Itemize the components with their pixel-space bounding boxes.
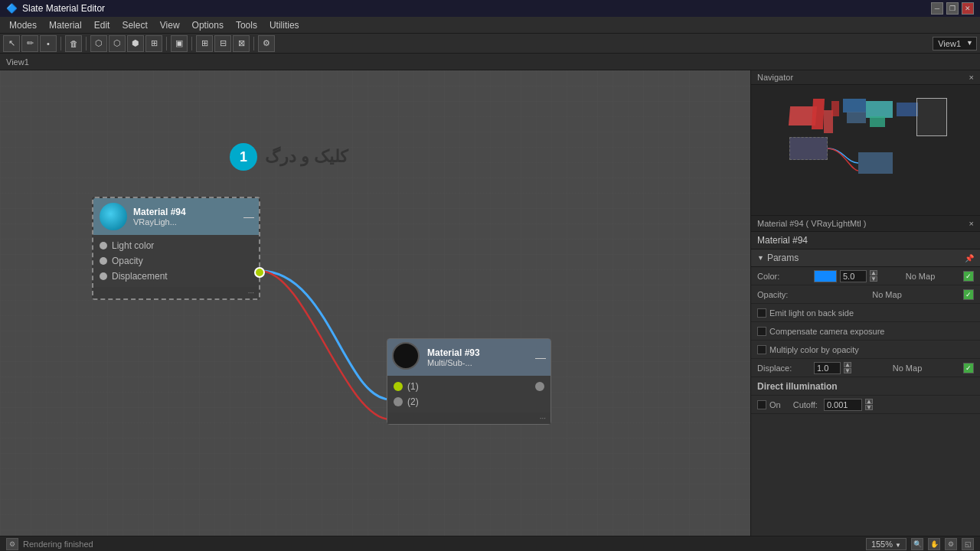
param-dot-opacity [100,257,107,265]
node-vraylight[interactable]: Material #94 VRayLigh... — Light color O… [92,197,260,300]
statusbar-settings-icon[interactable]: ⚙ [945,538,957,550]
param-displacement: Displacement [93,269,259,284]
node-multisub-title-line1: Material #93 [427,347,480,358]
props-title-label: Material #94 ( VRayLightMtl ) [757,219,866,228]
output-dot-vraylight[interactable] [254,267,265,278]
spinner-down-cutoff[interactable]: ▼ [865,405,873,410]
props-color-swatch[interactable] [814,270,837,282]
props-compensate-label: Compensate camera exposure [769,327,884,336]
restore-button[interactable]: ❐ [946,2,959,15]
menu-modes[interactable]: Modes [3,18,43,32]
toolbar-box-btn[interactable]: ▣ [171,35,188,52]
toolbar-select-btn[interactable]: ↖ [3,35,20,52]
connections-svg [0,70,750,536]
toolbar-copy2-btn[interactable]: ⬡ [109,35,126,52]
canvas-area[interactable]: 1 کلیک و درگ Material #94 VRayLigh... — … [0,70,750,536]
props-close-btn[interactable]: × [969,219,974,228]
props-color-mapcheck[interactable]: ✓ [963,271,974,282]
props-opacity-row: Opacity: No Map ✓ [751,285,980,304]
toolbar-nodes2-btn[interactable]: ⊟ [214,35,231,52]
props-title: Material #94 ( VRayLightMtl ) × [751,216,980,232]
menu-utilities[interactable]: Utilities [263,18,305,32]
menu-material[interactable]: Material [43,18,88,32]
toolbar-copy1-btn[interactable]: ⬡ [90,35,107,52]
node-multisub[interactable]: Material #93 Multi/Sub-... — (1) (2) ··· [387,338,551,425]
props-cutoff-value[interactable] [824,399,862,411]
view-dropdown-arrow: ▼ [966,39,973,47]
menu-options[interactable]: Options [186,18,230,32]
spinner-down-displace[interactable]: ▼ [844,368,851,373]
props-color-nomap: No Map [880,272,960,281]
props-multiply-checkbox[interactable] [757,345,766,354]
toolbar-nodes3-btn[interactable]: ⊠ [233,35,250,52]
props-cutoff-spinner[interactable]: ▲ ▼ [865,399,873,410]
menu-view[interactable]: View [154,18,186,32]
props-oncutoff-row: On Cutoff: ▲ ▼ [751,396,980,414]
statusbar-search-icon[interactable]: 🔍 [911,538,923,550]
param-slot2: (2) [387,394,550,409]
app-title: Slate Material Editor [22,3,105,14]
node-vraylight-params: Light color Opacity Displacement [93,235,259,287]
toolbar-gear-btn[interactable]: ⚙ [258,35,275,52]
toolbar-nodes1-btn[interactable]: ⊞ [196,35,213,52]
menu-tools[interactable]: Tools [230,18,263,32]
step-number: 1 [240,149,247,165]
props-emit-checkbox[interactable] [757,308,766,318]
statusbar-right: 155% ▼ 🔍 ✋ ⚙ ◱ [866,538,974,550]
statusbar-pan-icon[interactable]: ✋ [928,538,940,550]
statusbar-mini-icon[interactable]: ◱ [962,538,974,550]
node-vraylight-close[interactable]: — [243,210,254,223]
output-dot-multisub [535,382,544,391]
statusbar-left: ⚙ Rendering finished [6,538,93,550]
props-section-header[interactable]: ▼ Params 📌 [751,249,980,267]
props-multiply-label: Multiply color by opacity [769,345,859,354]
navigator-close-btn[interactable]: × [969,73,974,82]
props-displace-nomap: No Map [854,364,960,373]
step-circle: 1 [230,143,257,171]
props-section-pin[interactable]: 📌 [965,254,974,262]
statusbar-icon: ⚙ [6,538,18,550]
node-vraylight-title-line2: VRayLigh... [133,217,186,227]
titlebar: 🔷 Slate Material Editor ─ ❐ ✕ [0,0,980,17]
statusbar-zoom[interactable]: 155% ▼ [866,538,906,550]
nav-view-frame[interactable] [916,98,947,136]
node-multisub-close[interactable]: — [535,351,546,364]
navigator: Navigator × [751,70,980,216]
props-opacity-mapcheck[interactable]: ✓ [963,289,974,300]
props-displace-value[interactable] [814,362,841,374]
toolbar-dot-btn[interactable]: • [40,35,57,52]
props-compensate-checkbox[interactable] [757,327,766,336]
spinner-up[interactable]: ▲ [870,270,877,276]
props-compensate-row: Compensate camera exposure [751,322,980,341]
spinner-up-displace[interactable]: ▲ [844,362,851,367]
node-vraylight-footer: ··· [93,287,259,298]
navigator-minimap [782,95,950,202]
spinner-down[interactable]: ▼ [870,276,877,282]
param-dot-displacement [100,272,107,280]
toolbar-pen-btn[interactable]: ✏ [21,35,38,52]
close-button[interactable]: ✕ [962,2,974,15]
right-panel: Navigator × [750,70,980,536]
spinner-up-cutoff[interactable]: ▲ [865,399,873,404]
view-dropdown[interactable]: View1 ▼ [933,37,977,51]
props-displace-spinner[interactable]: ▲ ▼ [844,362,851,373]
props-on-checkbox[interactable] [757,400,766,409]
props-opacity-nomap: No Map [814,290,960,299]
menu-select[interactable]: Select [116,18,153,32]
menu-edit[interactable]: Edit [88,18,116,32]
props-color-spinner[interactable]: ▲ ▼ [870,270,877,282]
props-displace-mapcheck[interactable]: ✓ [963,363,974,373]
toolbar-copy4-btn[interactable]: ⊞ [145,35,162,52]
view-label: View1 [6,57,29,67]
navigator-label: Navigator [757,73,793,82]
zoom-level: 155% [871,540,893,549]
titlebar-controls[interactable]: ─ ❐ ✕ [931,2,974,15]
props-color-value[interactable] [840,270,867,282]
toolbar-copy3-btn[interactable]: ⬢ [127,35,144,52]
minimize-button[interactable]: ─ [931,2,943,15]
param-label-slot1: (1) [407,381,419,392]
toolbar-trash-btn[interactable]: 🗑 [65,35,82,52]
node-vraylight-title-line1: Material #94 [133,207,186,217]
param-dot-slot1 [394,382,403,391]
node-multisub-title: Material #93 Multi/Sub-... [427,347,480,367]
